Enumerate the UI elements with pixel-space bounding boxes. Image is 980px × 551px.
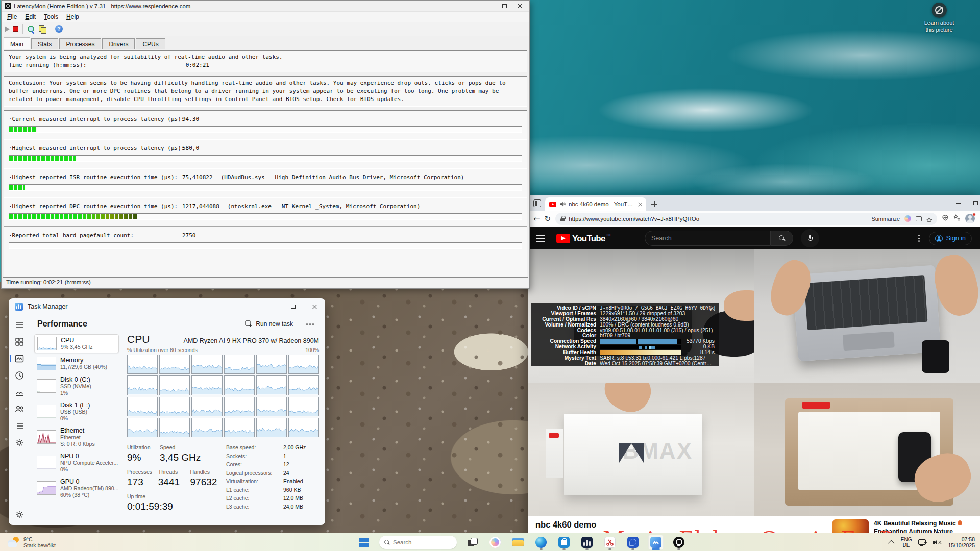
sidebar-item-npu0[interactable]: NPU 0 NPU Compute Acceler... 0%	[34, 450, 119, 474]
tab-main[interactable]: Main	[4, 37, 30, 49]
run-new-task-button[interactable]: Run new task	[240, 318, 298, 330]
latency-bar-track	[9, 213, 522, 220]
clock-widget[interactable]: 07:58 15/10/2025	[948, 536, 975, 549]
copilot-icon[interactable]	[904, 215, 911, 222]
favorite-star-icon[interactable]	[926, 216, 932, 221]
browser-tab-active[interactable]: nbc 4k60 demo - YouTube	[545, 197, 646, 211]
url-input[interactable]	[569, 216, 868, 222]
sidebar-item-disk1[interactable]: Disk 1 (E:) USB (USB) 0%	[34, 399, 119, 423]
start-monitor-icon[interactable]	[5, 26, 10, 32]
menu-help[interactable]: Help	[63, 13, 83, 21]
nav-startup-apps-icon[interactable]	[14, 387, 24, 397]
cpu-core-graph-cell	[159, 397, 190, 416]
minimize-button[interactable]	[261, 298, 282, 315]
spotlight-icon[interactable]	[932, 3, 947, 18]
minimize-button[interactable]	[481, 2, 497, 11]
nav-performance-icon[interactable]	[14, 354, 24, 364]
nav-users-icon[interactable]	[14, 404, 24, 414]
tray-time: 07:58	[948, 536, 975, 543]
nav-services-icon[interactable]	[14, 438, 24, 448]
settings-gear-icon[interactable]	[14, 510, 24, 520]
weather-widget[interactable]: 9°C Stark bewölkt	[4, 535, 59, 550]
video-player[interactable]: BMAX Video ID / sCPNJ-x8HPyQROo / GSG6 B…	[528, 249, 980, 516]
refresh-icon[interactable]: ↻	[545, 214, 551, 223]
tab-processes[interactable]: Processes	[59, 38, 101, 49]
menu-tools[interactable]: Tools	[40, 13, 62, 21]
latency-bar-fill	[9, 156, 76, 161]
sign-in-button[interactable]: Sign in	[929, 232, 972, 245]
sidebar-item-cpu[interactable]: CPU 9% 3,45 GHz	[34, 334, 119, 353]
collections-icon[interactable]	[953, 214, 961, 223]
sidebar-item-disk0[interactable]: Disk 0 (C:) SSD (NVMe) 1%	[34, 374, 119, 398]
task-view-button[interactable]	[464, 535, 480, 550]
start-button[interactable]	[356, 535, 372, 550]
snipping-tool-button[interactable]	[602, 535, 618, 550]
taskbar-search[interactable]	[379, 536, 457, 549]
tab-cpus[interactable]: CPUs	[136, 38, 165, 49]
measurement-label: ·Highest measured interrupt to process l…	[9, 144, 182, 153]
language-switcher[interactable]: ENG DE	[901, 537, 912, 548]
lock-icon[interactable]	[560, 216, 565, 221]
search-input[interactable]	[651, 235, 764, 242]
microsoft-store-button[interactable]	[556, 535, 572, 550]
volume-muted-icon[interactable]	[933, 539, 941, 546]
task-manager-titlebar[interactable]: Task Manager	[9, 298, 325, 315]
split-screen-icon[interactable]	[916, 216, 922, 221]
nav-details-icon[interactable]	[14, 421, 24, 431]
profile-avatar[interactable]	[965, 214, 975, 223]
maximize-button[interactable]	[282, 298, 304, 315]
maximize-button[interactable]	[967, 195, 980, 211]
new-tab-icon[interactable]	[651, 201, 657, 207]
file-explorer-button[interactable]	[510, 535, 526, 550]
network-icon[interactable]	[918, 539, 926, 546]
close-button[interactable]	[304, 298, 325, 315]
back-icon[interactable]: ←	[533, 214, 540, 223]
maximize-icon	[973, 201, 978, 205]
sidebar-item-gpu0[interactable]: GPU 0 AMD Radeon(TM) 890... 60% (38 °C)	[34, 476, 119, 500]
sidebar-item-memory[interactable]: Memory 11,7/29,6 GB (40%)	[34, 355, 119, 372]
sidebar-item-ethernet[interactable]: Ethernet Ethernet S: 0 R: 0 Kbps	[34, 425, 119, 449]
nav-processes-icon[interactable]	[14, 337, 24, 347]
nav-menu-icon[interactable]	[14, 320, 24, 330]
kebab-menu-icon[interactable]	[918, 235, 920, 242]
edge-button[interactable]	[533, 535, 549, 550]
obs-button[interactable]	[671, 535, 687, 550]
menu-edit[interactable]: Edit	[21, 13, 39, 21]
help-icon[interactable]: ?	[55, 25, 63, 33]
nav-app-history-icon[interactable]	[14, 370, 24, 381]
youtube-search-box[interactable]	[645, 231, 771, 246]
voice-search-button[interactable]	[801, 229, 819, 247]
overlay-close-button[interactable]: [x]	[709, 306, 715, 311]
summarize-button[interactable]: Summarize	[871, 216, 900, 222]
tab-close-icon[interactable]	[638, 202, 642, 206]
search-button[interactable]	[771, 231, 793, 246]
close-button[interactable]	[512, 2, 527, 11]
more-options-button[interactable]	[301, 319, 319, 329]
tab-workspaces-icon[interactable]	[533, 199, 541, 207]
statusbar-time-running: Time running: 0:02:21 (h:mm:ss)	[6, 279, 91, 285]
guide-menu-icon[interactable]	[536, 235, 545, 242]
maximize-button[interactable]	[497, 2, 512, 11]
tray-overflow-chevron-icon[interactable]	[888, 540, 894, 546]
menu-file[interactable]: File	[4, 13, 20, 21]
copy-report-icon[interactable]	[38, 25, 46, 33]
tab-stats[interactable]: Stats	[31, 38, 58, 49]
stop-monitor-icon[interactable]	[13, 26, 18, 32]
task-manager-taskbar-button[interactable]	[648, 535, 664, 550]
tab-drivers[interactable]: Drivers	[102, 38, 135, 49]
youtube-region-label: DE	[607, 233, 612, 237]
minimize-button[interactable]	[949, 195, 967, 211]
latencymon-taskbar-button[interactable]	[579, 535, 595, 550]
copilot-button[interactable]	[487, 535, 503, 550]
taskbar-search-input[interactable]	[393, 539, 452, 545]
tab-audio-icon[interactable]	[559, 201, 566, 207]
latencymon-app-icon	[5, 3, 11, 9]
latencymon-titlebar[interactable]: LatencyMon (Home Edition ) v 7.31 - http…	[2, 1, 529, 12]
youtube-logo[interactable]: YouTube DE	[556, 234, 612, 243]
browser-essentials-icon[interactable]	[942, 214, 949, 223]
spotlight-widget[interactable]: Learn about this picture	[911, 3, 967, 33]
carton-red-logo	[802, 402, 830, 409]
address-bar[interactable]: Summarize	[555, 213, 937, 225]
benchmark-app-button[interactable]	[625, 535, 641, 550]
analyze-icon[interactable]	[27, 25, 35, 33]
